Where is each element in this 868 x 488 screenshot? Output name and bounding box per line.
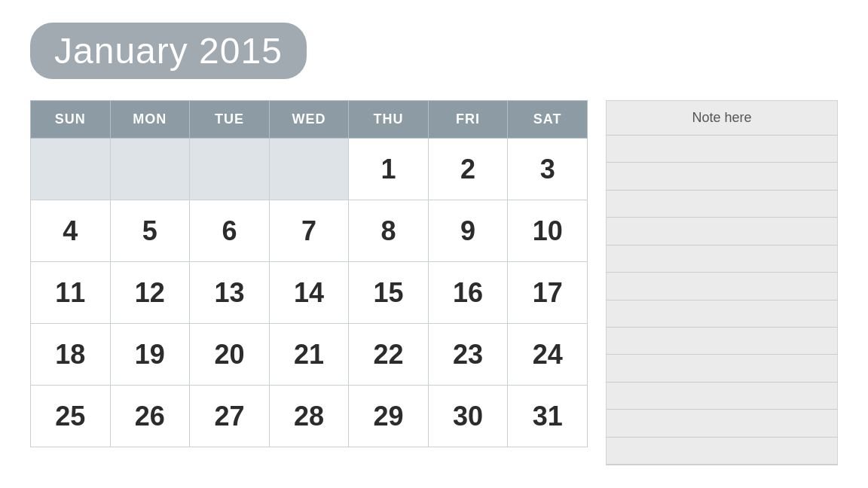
calendar-day[interactable] xyxy=(269,139,349,200)
calendar-day[interactable]: 23 xyxy=(428,324,508,386)
notes-line[interactable] xyxy=(607,410,837,437)
calendar-day[interactable]: 16 xyxy=(428,262,508,324)
notes-line[interactable] xyxy=(607,246,837,273)
month-title-badge: January 2015 xyxy=(30,23,307,79)
calendar-day[interactable]: 19 xyxy=(110,324,190,386)
calendar-day[interactable]: 31 xyxy=(508,386,588,447)
calendar-section: SUN MON TUE WED THU FRI SAT 123456789101… xyxy=(30,100,588,465)
calendar-day[interactable] xyxy=(190,139,270,200)
month-title: January 2015 xyxy=(54,31,283,71)
calendar-week-1: 45678910 xyxy=(31,200,588,262)
calendar-day[interactable]: 29 xyxy=(349,386,429,447)
calendar-day[interactable] xyxy=(110,139,190,200)
calendar-day[interactable]: 17 xyxy=(508,262,588,324)
day-header-wed: WED xyxy=(269,101,349,139)
notes-line[interactable] xyxy=(607,273,837,300)
day-header-thu: THU xyxy=(349,101,429,139)
content-row: SUN MON TUE WED THU FRI SAT 123456789101… xyxy=(30,100,838,465)
notes-line[interactable] xyxy=(607,300,837,328)
calendar-day[interactable]: 14 xyxy=(269,262,349,324)
calendar-day[interactable]: 3 xyxy=(508,139,588,200)
day-header-mon: MON xyxy=(110,101,190,139)
calendar-day[interactable]: 20 xyxy=(190,324,270,386)
day-header-sat: SAT xyxy=(508,101,588,139)
day-header-fri: FRI xyxy=(428,101,508,139)
notes-box: Note here xyxy=(606,100,838,465)
calendar-day[interactable] xyxy=(31,139,111,200)
calendar-day[interactable]: 10 xyxy=(508,200,588,262)
calendar-day[interactable]: 8 xyxy=(349,200,429,262)
notes-line[interactable] xyxy=(607,163,837,190)
calendar-week-0: 123 xyxy=(31,139,588,200)
page-container: January 2015 SUN MON TUE WED THU FRI SAT xyxy=(0,0,868,488)
notes-line[interactable] xyxy=(607,218,837,245)
notes-header: Note here xyxy=(607,101,837,136)
notes-line[interactable] xyxy=(607,383,837,410)
notes-line[interactable] xyxy=(607,438,837,465)
calendar-day[interactable]: 7 xyxy=(269,200,349,262)
calendar-day[interactable]: 6 xyxy=(190,200,270,262)
notes-line[interactable] xyxy=(607,191,837,218)
calendar-day[interactable]: 26 xyxy=(110,386,190,447)
calendar-day[interactable]: 13 xyxy=(190,262,270,324)
day-header-sun: SUN xyxy=(31,101,111,139)
notes-line[interactable] xyxy=(607,328,837,355)
calendar-header: SUN MON TUE WED THU FRI SAT xyxy=(31,101,588,139)
day-header-tue: TUE xyxy=(190,101,270,139)
calendar-day[interactable]: 27 xyxy=(190,386,270,447)
calendar-day[interactable]: 22 xyxy=(349,324,429,386)
calendar-day[interactable]: 11 xyxy=(31,262,111,324)
calendar-day[interactable]: 5 xyxy=(110,200,190,262)
notes-line[interactable] xyxy=(607,136,837,163)
notes-section: Note here xyxy=(606,100,838,465)
calendar-week-2: 11121314151617 xyxy=(31,262,588,324)
calendar-day[interactable]: 28 xyxy=(269,386,349,447)
notes-lines xyxy=(607,136,837,465)
calendar-week-4: 25262728293031 xyxy=(31,386,588,447)
notes-line[interactable] xyxy=(607,355,837,382)
calendar-day[interactable]: 18 xyxy=(31,324,111,386)
calendar-day[interactable]: 24 xyxy=(508,324,588,386)
calendar-day[interactable]: 12 xyxy=(110,262,190,324)
calendar-table: SUN MON TUE WED THU FRI SAT 123456789101… xyxy=(30,100,588,447)
calendar-day[interactable]: 9 xyxy=(428,200,508,262)
calendar-day[interactable]: 4 xyxy=(31,200,111,262)
calendar-day[interactable]: 2 xyxy=(428,139,508,200)
calendar-body: 1234567891011121314151617181920212223242… xyxy=(31,139,588,447)
calendar-day[interactable]: 1 xyxy=(349,139,429,200)
calendar-day[interactable]: 30 xyxy=(428,386,508,447)
calendar-day[interactable]: 15 xyxy=(349,262,429,324)
calendar-day[interactable]: 25 xyxy=(31,386,111,447)
calendar-day[interactable]: 21 xyxy=(269,324,349,386)
calendar-week-3: 18192021222324 xyxy=(31,324,588,386)
